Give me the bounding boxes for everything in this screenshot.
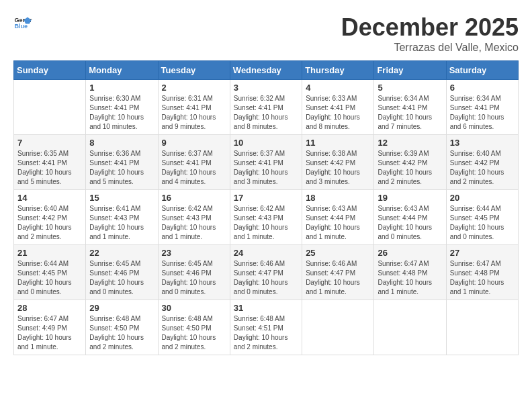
weekday-header: Tuesday — [158, 61, 230, 80]
calendar-cell: 15Sunrise: 6:41 AM Sunset: 4:43 PM Dayli… — [86, 190, 158, 245]
day-info: Sunrise: 6:30 AM Sunset: 4:41 PM Dayligh… — [89, 94, 154, 132]
day-number: 18 — [306, 193, 370, 203]
weekday-header: Monday — [86, 61, 158, 80]
calendar-cell — [14, 80, 86, 135]
day-number: 16 — [162, 193, 226, 203]
calendar-cell: 30Sunrise: 6:48 AM Sunset: 4:50 PM Dayli… — [158, 300, 230, 355]
calendar-cell: 14Sunrise: 6:40 AM Sunset: 4:42 PM Dayli… — [14, 190, 86, 245]
day-info: Sunrise: 6:48 AM Sunset: 4:50 PM Dayligh… — [162, 314, 226, 352]
calendar-week-row: 14Sunrise: 6:40 AM Sunset: 4:42 PM Dayli… — [14, 190, 519, 245]
day-info: Sunrise: 6:40 AM Sunset: 4:42 PM Dayligh… — [17, 204, 82, 242]
day-number: 6 — [450, 83, 515, 93]
calendar-body: 1Sunrise: 6:30 AM Sunset: 4:41 PM Daylig… — [14, 80, 519, 355]
calendar-cell: 29Sunrise: 6:48 AM Sunset: 4:50 PM Dayli… — [86, 300, 158, 355]
day-info: Sunrise: 6:37 AM Sunset: 4:41 PM Dayligh… — [234, 149, 298, 187]
day-info: Sunrise: 6:48 AM Sunset: 4:50 PM Dayligh… — [89, 314, 154, 352]
calendar-cell: 9Sunrise: 6:37 AM Sunset: 4:41 PM Daylig… — [158, 135, 230, 190]
day-info: Sunrise: 6:33 AM Sunset: 4:41 PM Dayligh… — [306, 94, 370, 132]
calendar-cell: 8Sunrise: 6:36 AM Sunset: 4:41 PM Daylig… — [86, 135, 158, 190]
calendar-cell: 28Sunrise: 6:47 AM Sunset: 4:49 PM Dayli… — [14, 300, 86, 355]
day-number: 27 — [450, 248, 515, 258]
day-info: Sunrise: 6:34 AM Sunset: 4:41 PM Dayligh… — [378, 94, 442, 132]
day-number: 3 — [234, 83, 298, 93]
calendar-cell: 6Sunrise: 6:34 AM Sunset: 4:41 PM Daylig… — [446, 80, 518, 135]
calendar-cell: 17Sunrise: 6:42 AM Sunset: 4:43 PM Dayli… — [230, 190, 302, 245]
calendar-cell: 27Sunrise: 6:47 AM Sunset: 4:48 PM Dayli… — [446, 245, 518, 300]
calendar-cell: 21Sunrise: 6:44 AM Sunset: 4:45 PM Dayli… — [14, 245, 86, 300]
weekday-header-row: SundayMondayTuesdayWednesdayThursdayFrid… — [14, 61, 519, 80]
day-info: Sunrise: 6:44 AM Sunset: 4:45 PM Dayligh… — [450, 204, 515, 242]
day-number: 14 — [17, 193, 82, 203]
weekday-header: Thursday — [302, 61, 374, 80]
calendar-cell: 24Sunrise: 6:46 AM Sunset: 4:47 PM Dayli… — [230, 245, 302, 300]
day-number: 26 — [378, 248, 442, 258]
svg-text:Blue: Blue — [14, 23, 28, 30]
calendar-cell: 22Sunrise: 6:45 AM Sunset: 4:46 PM Dayli… — [86, 245, 158, 300]
day-number: 23 — [162, 248, 226, 258]
day-info: Sunrise: 6:42 AM Sunset: 4:43 PM Dayligh… — [234, 204, 298, 242]
day-number: 15 — [89, 193, 154, 203]
calendar-cell: 7Sunrise: 6:35 AM Sunset: 4:41 PM Daylig… — [14, 135, 86, 190]
day-info: Sunrise: 6:35 AM Sunset: 4:41 PM Dayligh… — [17, 149, 82, 187]
day-number: 28 — [17, 303, 82, 313]
location-title: Terrazas del Valle, Mexico — [341, 42, 519, 54]
calendar-cell — [374, 300, 446, 355]
page-header: General Blue December 2025 Terrazas del … — [13, 13, 519, 54]
day-number: 9 — [162, 138, 226, 148]
weekday-header: Friday — [374, 61, 446, 80]
day-info: Sunrise: 6:34 AM Sunset: 4:41 PM Dayligh… — [450, 94, 515, 132]
calendar-cell — [302, 300, 374, 355]
day-info: Sunrise: 6:45 AM Sunset: 4:46 PM Dayligh… — [89, 259, 154, 297]
day-info: Sunrise: 6:47 AM Sunset: 4:49 PM Dayligh… — [17, 314, 82, 352]
calendar-cell: 18Sunrise: 6:43 AM Sunset: 4:44 PM Dayli… — [302, 190, 374, 245]
calendar-week-row: 1Sunrise: 6:30 AM Sunset: 4:41 PM Daylig… — [14, 80, 519, 135]
day-info: Sunrise: 6:47 AM Sunset: 4:48 PM Dayligh… — [378, 259, 442, 297]
calendar-week-row: 21Sunrise: 6:44 AM Sunset: 4:45 PM Dayli… — [14, 245, 519, 300]
day-info: Sunrise: 6:46 AM Sunset: 4:47 PM Dayligh… — [306, 259, 370, 297]
day-info: Sunrise: 6:41 AM Sunset: 4:43 PM Dayligh… — [89, 204, 154, 242]
calendar-cell: 12Sunrise: 6:39 AM Sunset: 4:42 PM Dayli… — [374, 135, 446, 190]
day-number: 8 — [89, 138, 154, 148]
calendar-cell: 3Sunrise: 6:32 AM Sunset: 4:41 PM Daylig… — [230, 80, 302, 135]
day-info: Sunrise: 6:36 AM Sunset: 4:41 PM Dayligh… — [89, 149, 154, 187]
day-info: Sunrise: 6:43 AM Sunset: 4:44 PM Dayligh… — [378, 204, 442, 242]
calendar-cell: 2Sunrise: 6:31 AM Sunset: 4:41 PM Daylig… — [158, 80, 230, 135]
month-title: December 2025 — [341, 13, 519, 42]
calendar-cell: 26Sunrise: 6:47 AM Sunset: 4:48 PM Dayli… — [374, 245, 446, 300]
day-info: Sunrise: 6:42 AM Sunset: 4:43 PM Dayligh… — [162, 204, 226, 242]
day-info: Sunrise: 6:37 AM Sunset: 4:41 PM Dayligh… — [162, 149, 226, 187]
weekday-header: Sunday — [14, 61, 86, 80]
day-info: Sunrise: 6:44 AM Sunset: 4:45 PM Dayligh… — [17, 259, 82, 297]
calendar-cell: 5Sunrise: 6:34 AM Sunset: 4:41 PM Daylig… — [374, 80, 446, 135]
day-info: Sunrise: 6:47 AM Sunset: 4:48 PM Dayligh… — [450, 259, 515, 297]
calendar-cell: 16Sunrise: 6:42 AM Sunset: 4:43 PM Dayli… — [158, 190, 230, 245]
day-info: Sunrise: 6:46 AM Sunset: 4:47 PM Dayligh… — [234, 259, 298, 297]
day-number: 20 — [450, 193, 515, 203]
day-info: Sunrise: 6:38 AM Sunset: 4:42 PM Dayligh… — [306, 149, 370, 187]
day-number: 22 — [89, 248, 154, 258]
calendar-cell: 25Sunrise: 6:46 AM Sunset: 4:47 PM Dayli… — [302, 245, 374, 300]
calendar-cell: 31Sunrise: 6:48 AM Sunset: 4:51 PM Dayli… — [230, 300, 302, 355]
day-number: 31 — [234, 303, 298, 313]
calendar-table: SundayMondayTuesdayWednesdayThursdayFrid… — [13, 60, 519, 355]
day-info: Sunrise: 6:40 AM Sunset: 4:42 PM Dayligh… — [450, 149, 515, 187]
day-info: Sunrise: 6:32 AM Sunset: 4:41 PM Dayligh… — [234, 94, 298, 132]
day-number: 12 — [378, 138, 442, 148]
day-number: 1 — [89, 83, 154, 93]
day-number: 5 — [378, 83, 442, 93]
weekday-header: Saturday — [446, 61, 518, 80]
day-info: Sunrise: 6:45 AM Sunset: 4:46 PM Dayligh… — [162, 259, 226, 297]
calendar-cell: 10Sunrise: 6:37 AM Sunset: 4:41 PM Dayli… — [230, 135, 302, 190]
day-number: 4 — [306, 83, 370, 93]
logo-icon: General Blue — [13, 13, 32, 32]
day-info: Sunrise: 6:31 AM Sunset: 4:41 PM Dayligh… — [162, 94, 226, 132]
day-number: 2 — [162, 83, 226, 93]
day-number: 25 — [306, 248, 370, 258]
day-number: 10 — [234, 138, 298, 148]
calendar-cell: 4Sunrise: 6:33 AM Sunset: 4:41 PM Daylig… — [302, 80, 374, 135]
title-area: December 2025 Terrazas del Valle, Mexico — [341, 13, 519, 54]
logo: General Blue — [13, 13, 32, 32]
calendar-cell — [446, 300, 518, 355]
day-number: 24 — [234, 248, 298, 258]
day-number: 11 — [306, 138, 370, 148]
